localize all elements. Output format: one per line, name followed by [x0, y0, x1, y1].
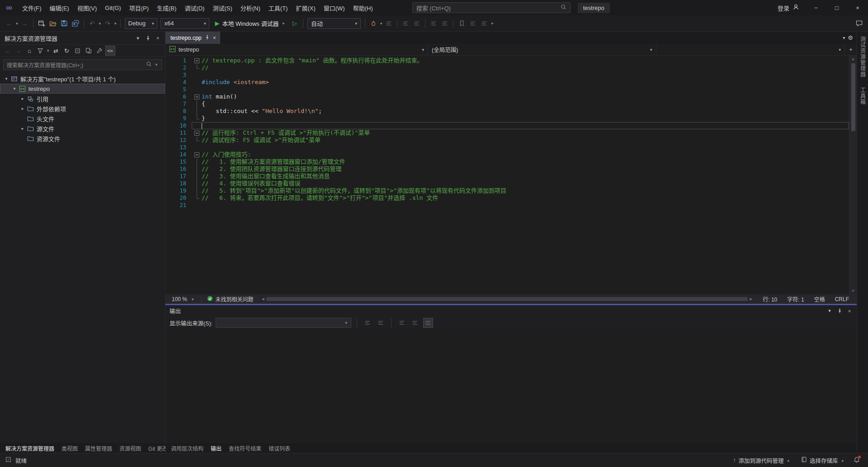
close-window-button[interactable]: ×	[847, 0, 868, 15]
dock-tab-错误列表[interactable]: 错误列表	[265, 443, 294, 453]
add-to-source-control-button[interactable]: ↑ 添加到源代码管理 ▴	[728, 456, 795, 465]
active-files-chevron-icon[interactable]: ▾	[843, 35, 845, 40]
tree-item[interactable]: ▸引用	[0, 94, 165, 104]
global-search-box[interactable]: 搜索 (Ctrl+Q)	[412, 2, 571, 13]
filter-chevron-icon[interactable]: ▾	[46, 48, 50, 53]
code-line[interactable]: 11// 运行程序: Ctrl + F5 或调试 >"开始执行(不调试)"菜单	[165, 129, 849, 137]
maximize-button[interactable]: □	[826, 0, 847, 15]
navigate-back-icon[interactable]: ←	[4, 18, 14, 29]
autohide-tab-测试资源管理器[interactable]: 测试资源管理器	[859, 36, 867, 77]
code-line[interactable]: 20// 6. 将来，若要再次打开此项目，请转到"文件">"打开">"项目"并选…	[165, 194, 849, 202]
vertical-scrollbar[interactable]: ▲ ▼	[849, 56, 857, 294]
code-line[interactable]: 1// testrepo.cpp : 此文件包含 "main" 函数。程序执行将…	[165, 57, 849, 64]
menu-item[interactable]: 分析(N)	[236, 0, 264, 15]
autohide-tab-工具箱[interactable]: 工具箱	[859, 87, 867, 105]
code-line[interactable]: 18// 4. 使用错误列表窗口查看错误	[165, 180, 849, 187]
fold-collapse-icon[interactable]	[194, 152, 199, 157]
save-icon[interactable]	[59, 18, 70, 29]
code-line[interactable]: 16// 2. 使用团队资源管理器窗口连接到源代码管理	[165, 165, 849, 173]
dock-tab-调用层次结构[interactable]: 调用层次结构	[167, 443, 207, 453]
output-content[interactable]	[165, 329, 857, 443]
fold-margin[interactable]	[192, 151, 202, 158]
send-feedback-icon[interactable]	[854, 18, 864, 29]
hot-reload-icon[interactable]	[368, 18, 379, 29]
filter-icon[interactable]	[35, 46, 45, 56]
code-line[interactable]: 10	[165, 122, 849, 129]
fold-collapse-icon[interactable]	[194, 58, 199, 63]
redo-icon[interactable]: ↷	[102, 18, 113, 29]
code-line[interactable]: 2//	[165, 64, 849, 71]
split-window-icon[interactable]: +	[845, 44, 857, 55]
apply-code-changes-icon[interactable]	[383, 18, 394, 29]
code-line[interactable]: 15// 1. 使用解决方案资源管理器窗口添加/管理文件	[165, 158, 849, 165]
solution-configuration-dropdown[interactable]: Debug ▾	[125, 18, 158, 29]
dock-tab-资源视图[interactable]: 资源视图	[116, 443, 145, 453]
titlebar-solution-name[interactable]: testrepo	[578, 3, 610, 13]
status-spaces-indicator[interactable]: 空格	[809, 295, 830, 303]
dock-tab-输出[interactable]: 输出	[207, 443, 225, 453]
tree-expander-icon[interactable]: ▾	[11, 86, 18, 91]
attach-auto-dropdown[interactable]: 自动 ▾	[307, 18, 361, 29]
undo-icon[interactable]: ↶	[87, 18, 98, 29]
previous-bookmark-icon[interactable]	[467, 18, 478, 29]
preview-selected-items-icon[interactable]: <>	[105, 46, 115, 56]
toolbar-options-chevron-icon[interactable]: ▾	[490, 21, 494, 26]
code-line[interactable]: 9}	[165, 115, 849, 122]
code-line[interactable]: 13	[165, 144, 849, 151]
menu-item[interactable]: 文件(F)	[18, 0, 46, 15]
code-line[interactable]: 7{	[165, 100, 849, 108]
code-line[interactable]: 19// 5. 转到"项目">"添加新项"以创建新的代码文件，或转到"项目">"…	[165, 187, 849, 194]
goto-previous-message-icon[interactable]	[363, 318, 373, 328]
menu-item[interactable]: 编辑(E)	[46, 0, 73, 15]
code-line[interactable]: 12// 调试程序: F5 或调试 >"开始调试"菜单	[165, 137, 849, 144]
open-file-icon[interactable]	[47, 18, 58, 29]
toggle-bookmark-icon[interactable]	[456, 18, 467, 29]
window-position-chevron-icon[interactable]: ▾	[133, 33, 142, 42]
dock-tab-查找符号结果[interactable]: 查找符号结果	[225, 443, 265, 453]
dock-tab-解决方案资源管理器[interactable]: 解决方案资源管理器	[2, 443, 58, 453]
scroll-up-icon[interactable]: ▲	[849, 56, 857, 62]
explorer-forward-icon[interactable]: →	[14, 46, 24, 56]
start-without-debugging-icon[interactable]: ▷	[289, 18, 300, 29]
fold-margin[interactable]	[192, 93, 202, 100]
fold-margin[interactable]	[192, 129, 202, 137]
start-debugging-button[interactable]: ▶ 本地 Windows 调试器 ▾	[211, 18, 289, 29]
code-line[interactable]: 14// 入门使用技巧:	[165, 151, 849, 158]
navigate-forward-icon[interactable]: →	[19, 18, 30, 29]
show-all-files-icon[interactable]	[84, 46, 94, 56]
indent-lines-icon[interactable]	[400, 18, 411, 29]
project-scope-dropdown[interactable]: ++ testrepo ▾	[165, 44, 428, 55]
refresh-icon[interactable]: ↻	[62, 46, 72, 56]
output-source-dropdown[interactable]: ▾	[216, 318, 351, 328]
tree-item[interactable]: 头文件	[0, 113, 165, 123]
scroll-left-icon[interactable]: ◀	[260, 297, 266, 301]
dock-tab-属性管理器[interactable]: 属性管理器	[81, 443, 116, 453]
scroll-right-icon[interactable]: ▶	[748, 297, 754, 301]
menu-item[interactable]: 窗口(W)	[320, 0, 349, 15]
comment-lines-icon[interactable]	[428, 18, 439, 29]
fold-collapse-icon[interactable]	[194, 131, 199, 136]
menu-item[interactable]: 生成(B)	[153, 0, 180, 15]
uncomment-lines-icon[interactable]	[439, 18, 450, 29]
type-scope-dropdown[interactable]: (全局范围) ▾	[428, 44, 656, 55]
collapse-all-icon[interactable]	[73, 46, 83, 56]
outdent-lines-icon[interactable]	[411, 18, 422, 29]
background-tasks-icon[interactable]	[5, 457, 11, 464]
home-icon[interactable]: ⌂	[24, 46, 34, 56]
code-line[interactable]: 8 std::cout << "Hello World!\n";	[165, 108, 849, 115]
dock-tab-类视图[interactable]: 类视图	[58, 443, 81, 453]
code-line[interactable]: 5	[165, 86, 849, 93]
tree-item[interactable]: ▸外部依赖项	[0, 104, 165, 113]
sync-with-active-document-icon[interactable]: ⇄	[51, 46, 61, 56]
fold-collapse-icon[interactable]	[194, 94, 199, 99]
menu-item[interactable]: 测试(S)	[208, 0, 236, 15]
toggle-autoscroll-icon[interactable]	[423, 318, 433, 328]
navigate-back-chevron-icon[interactable]: ▾	[15, 21, 19, 26]
status-line-indicator[interactable]: 行: 10	[758, 295, 782, 303]
close-panel-icon[interactable]: ×	[153, 33, 162, 42]
pin-icon[interactable]	[143, 33, 152, 42]
code-line[interactable]: 21	[165, 202, 849, 209]
code-line[interactable]: 4#include <iostream>	[165, 79, 849, 86]
next-bookmark-icon[interactable]	[479, 18, 490, 29]
code-line[interactable]: 17// 3. 使用输出窗口查看生成输出和其他消息	[165, 173, 849, 180]
